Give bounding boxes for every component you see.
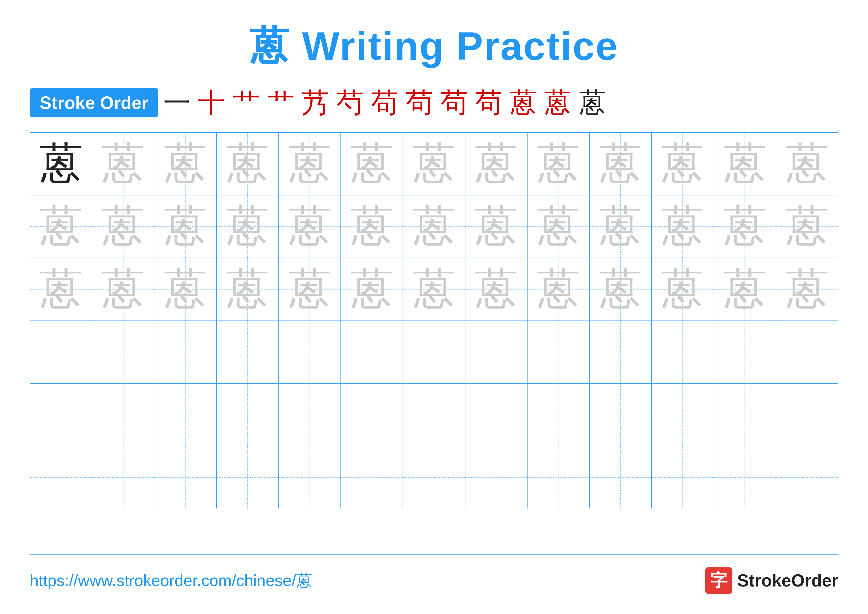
grid-cell[interactable] — [652, 384, 714, 446]
grid-cell[interactable] — [590, 384, 652, 446]
grid-cell[interactable]: 蒽 — [279, 196, 341, 258]
grid-cell[interactable] — [776, 384, 838, 446]
strokeorder-logo-icon: 字 — [705, 567, 732, 594]
grid-cell[interactable]: 蒽 — [154, 196, 217, 258]
grid-cell[interactable] — [403, 321, 465, 383]
practice-char-dark: 蒽 — [39, 142, 83, 185]
footer: https://www.strokeorder.com/chinese/蒽 字 … — [30, 567, 838, 594]
grid-cell[interactable] — [590, 321, 652, 383]
stroke-9: 茍 — [440, 89, 468, 117]
grid-cell[interactable] — [714, 384, 776, 446]
grid-cell[interactable] — [403, 384, 465, 446]
grid-cell[interactable] — [341, 321, 403, 383]
grid-cell[interactable]: 蒽 — [341, 196, 403, 258]
grid-cell[interactable]: 蒽 — [776, 258, 838, 320]
page-container: 蒽 Writing Practice Stroke Order 一 十 艹 艹 … — [0, 0, 868, 614]
grid-cell[interactable] — [30, 321, 92, 383]
grid-cell[interactable] — [652, 321, 714, 383]
grid-cell[interactable]: 蒽 — [714, 196, 776, 258]
grid-cell[interactable] — [92, 321, 154, 383]
grid-cell[interactable] — [30, 384, 92, 446]
grid-cell[interactable] — [590, 446, 652, 508]
grid-cell[interactable]: 蒽 — [465, 133, 527, 195]
grid-cell[interactable]: 蒽 — [652, 133, 714, 195]
grid-cell[interactable]: 蒽 — [590, 258, 652, 320]
grid-cell[interactable]: 蒽 — [403, 196, 465, 258]
grid-cell[interactable]: 蒽 — [652, 258, 714, 320]
practice-char-light: 蒽 — [101, 142, 145, 185]
grid-cell[interactable] — [279, 321, 341, 383]
footer-url[interactable]: https://www.strokeorder.com/chinese/蒽 — [30, 570, 312, 591]
grid-cell[interactable]: 蒽 — [92, 196, 154, 258]
grid-cell[interactable] — [154, 446, 217, 508]
grid-cell[interactable]: 蒽 — [714, 133, 776, 195]
grid-cell[interactable]: 蒽 — [527, 258, 590, 320]
grid-cell[interactable] — [776, 446, 838, 508]
practice-grid: 蒽 蒽 蒽 蒽 蒽 蒽 蒽 蒽 蒽 蒽 蒽 蒽 蒽 蒽 蒽 蒽 蒽 蒽 蒽 蒽 … — [30, 132, 838, 555]
grid-row-4 — [30, 321, 838, 384]
grid-cell[interactable]: 蒽 — [30, 196, 92, 258]
grid-cell[interactable]: 蒽 — [279, 258, 341, 320]
grid-cell[interactable]: 蒽 — [217, 133, 279, 195]
grid-cell[interactable]: 蒽 — [590, 133, 652, 195]
grid-cell[interactable]: 蒽 — [527, 196, 590, 258]
grid-cell[interactable] — [154, 321, 217, 383]
grid-cell[interactable] — [776, 321, 838, 383]
grid-cell[interactable]: 蒽 — [30, 258, 92, 320]
stroke-order-row: Stroke Order 一 十 艹 艹 艿 芍 苟 茍 茍 茍 蒽 蒽 蒽 — [30, 88, 838, 117]
grid-cell[interactable]: 蒽 — [279, 133, 341, 195]
grid-cell[interactable] — [403, 446, 465, 508]
grid-cell[interactable]: 蒽 — [403, 133, 465, 195]
grid-cell[interactable]: 蒽 — [154, 258, 217, 320]
grid-row-5 — [30, 384, 838, 446]
grid-cell[interactable] — [217, 321, 279, 383]
grid-cell[interactable]: 蒽 — [30, 133, 92, 195]
grid-cell[interactable] — [714, 321, 776, 383]
grid-cell[interactable] — [341, 384, 403, 446]
grid-cell[interactable] — [465, 446, 527, 508]
stroke-10: 茍 — [475, 89, 502, 117]
grid-cell[interactable] — [527, 321, 590, 383]
grid-cell[interactable] — [92, 384, 154, 446]
stroke-13: 蒽 — [579, 89, 606, 117]
grid-cell[interactable]: 蒽 — [776, 133, 838, 195]
grid-cell[interactable]: 蒽 — [465, 258, 527, 320]
grid-cell[interactable]: 蒽 — [217, 258, 279, 320]
grid-cell[interactable] — [154, 384, 217, 446]
grid-row-2: 蒽 蒽 蒽 蒽 蒽 蒽 蒽 蒽 蒽 蒽 蒽 蒽 蒽 — [30, 196, 838, 258]
grid-cell[interactable]: 蒽 — [714, 258, 776, 320]
grid-cell[interactable]: 蒽 — [776, 196, 838, 258]
grid-cell[interactable]: 蒽 — [341, 133, 403, 195]
grid-cell[interactable]: 蒽 — [217, 196, 279, 258]
grid-cell[interactable]: 蒽 — [527, 133, 590, 195]
stroke-2: 十 — [198, 89, 225, 117]
grid-cell[interactable] — [217, 446, 279, 508]
stroke-5: 艿 — [302, 89, 329, 117]
grid-cell[interactable] — [341, 446, 403, 508]
grid-cell[interactable] — [714, 446, 776, 508]
grid-cell[interactable]: 蒽 — [465, 196, 527, 258]
grid-cell[interactable] — [652, 446, 714, 508]
grid-cell[interactable] — [279, 384, 341, 446]
page-title: 蒽 Writing Practice — [250, 20, 618, 73]
grid-cell[interactable] — [217, 384, 279, 446]
grid-cell[interactable] — [92, 446, 154, 508]
grid-cell[interactable]: 蒽 — [590, 196, 652, 258]
grid-cell[interactable]: 蒽 — [92, 133, 154, 195]
grid-cell[interactable] — [465, 321, 527, 383]
grid-cell[interactable] — [30, 446, 92, 508]
grid-row-6 — [30, 446, 838, 508]
grid-cell[interactable] — [465, 384, 527, 446]
grid-cell[interactable] — [279, 446, 341, 508]
stroke-3: 艹 — [232, 89, 260, 117]
grid-cell[interactable]: 蒽 — [403, 258, 465, 320]
grid-cell[interactable]: 蒽 — [154, 133, 217, 195]
grid-cell[interactable] — [527, 384, 590, 446]
stroke-order-badge: Stroke Order — [30, 88, 158, 117]
logo-char: 字 — [710, 569, 727, 592]
grid-cell[interactable]: 蒽 — [652, 196, 714, 258]
grid-cell[interactable] — [527, 446, 590, 508]
stroke-4: 艹 — [267, 89, 294, 117]
grid-cell[interactable]: 蒽 — [341, 258, 403, 320]
grid-cell[interactable]: 蒽 — [92, 258, 154, 320]
